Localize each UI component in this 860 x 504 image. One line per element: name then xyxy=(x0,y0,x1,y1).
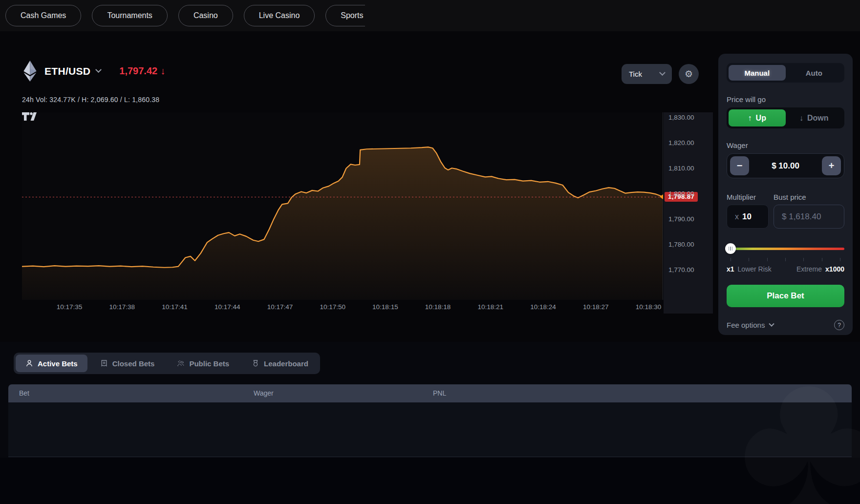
risk-min-value: x1 xyxy=(727,265,734,273)
chevron-down-icon xyxy=(769,321,774,326)
column-pnl: PNL xyxy=(433,389,446,397)
column-wager: Wager xyxy=(254,389,274,397)
risk-slider[interactable] xyxy=(727,243,844,254)
current-price: 1,797.42 ↓ xyxy=(119,65,165,77)
time-axis-tick: 10:17:41 xyxy=(162,303,188,311)
chart-settings-button[interactable]: ⚙ xyxy=(679,64,699,84)
mode-tabs: Manual Auto xyxy=(727,63,844,83)
receipt-icon xyxy=(100,359,108,367)
time-axis-tick: 10:17:44 xyxy=(215,303,240,311)
wager-value[interactable]: $ 10.00 xyxy=(772,161,799,171)
time-axis: 10:17:3510:17:3810:17:4110:17:4410:17:47… xyxy=(22,301,663,314)
price-down-arrow-icon: ↓ xyxy=(160,65,165,77)
price-axis-tick: 1,770.00 xyxy=(668,266,694,273)
down-arrow-icon: ↓ xyxy=(799,114,803,123)
tab-leaderboard[interactable]: Leaderboard xyxy=(242,355,318,372)
time-axis-tick: 10:18:24 xyxy=(530,303,556,311)
bets-table-body xyxy=(8,402,852,457)
nav-item-live-casino[interactable]: Live Casino xyxy=(244,5,315,26)
price-axis-tick: 1,820.00 xyxy=(668,139,694,147)
nav-item-tournaments[interactable]: Tournaments xyxy=(92,5,168,26)
time-axis-tick: 10:17:38 xyxy=(109,303,135,311)
risk-slider-labels: x1 Lower Risk Extreme x1000 xyxy=(727,265,844,273)
direction-toggle: ↑ Up ↓ Down xyxy=(727,107,844,128)
interval-value: Tick xyxy=(629,70,642,78)
direction-label: Price will go xyxy=(727,95,844,104)
wager-input-group: − $ 10.00 + xyxy=(727,153,844,178)
top-nav-bar: Cash Games Tournaments Casino Live Casin… xyxy=(0,0,860,31)
fee-options-toggle[interactable]: Fee options xyxy=(727,321,774,329)
chevron-down-icon xyxy=(95,66,102,73)
multiplier-input[interactable]: x 10 xyxy=(727,205,769,229)
nav-item-cash-games[interactable]: Cash Games xyxy=(5,5,81,26)
wager-label: Wager xyxy=(727,141,844,149)
market-header: ETH/USD 1,797.42 ↓ xyxy=(23,61,165,82)
price-axis: 1,798.87 1,830.001,820.001,810.001,800.0… xyxy=(664,112,713,314)
price-value: 1,797.42 xyxy=(119,65,157,77)
market-stats: 24h Vol: 324.77K / H: 2,069.60 / L: 1,86… xyxy=(22,96,159,104)
time-axis-tick: 10:17:35 xyxy=(57,303,83,311)
risk-slider-track[interactable] xyxy=(727,248,844,250)
time-axis-tick: 10:18:30 xyxy=(636,303,662,311)
user-icon xyxy=(25,359,33,367)
tab-active-bets[interactable]: Active Bets xyxy=(16,355,87,372)
pair-selector[interactable]: ETH/USD xyxy=(44,65,101,77)
bust-price-label: Bust price xyxy=(774,193,806,201)
up-button[interactable]: ↑ Up xyxy=(729,109,786,126)
current-price-line xyxy=(22,197,663,197)
bets-tabs: Active Bets Closed Bets Public Bets Lead… xyxy=(14,353,320,374)
place-bet-button[interactable]: Place Bet xyxy=(727,285,844,307)
app-root: Cash Games Tournaments Casino Live Casin… xyxy=(0,0,860,504)
time-axis-tick: 10:17:47 xyxy=(267,303,293,311)
multiplier-value: 10 xyxy=(742,212,752,222)
chart-area-series xyxy=(22,112,663,300)
time-axis-tick: 10:18:27 xyxy=(583,303,609,311)
nav-item-sports[interactable]: Sports xyxy=(325,5,365,26)
down-button[interactable]: ↓ Down xyxy=(786,109,843,126)
gear-icon: ⚙ xyxy=(685,68,693,80)
tab-manual[interactable]: Manual xyxy=(729,65,786,81)
time-axis-tick: 10:17:50 xyxy=(320,303,345,311)
up-arrow-icon: ↑ xyxy=(748,114,752,123)
bottom-spacer xyxy=(0,458,860,504)
users-icon xyxy=(177,359,185,367)
multiplier-label: Multiplier xyxy=(727,193,774,201)
bet-panel: Manual Auto Price will go ↑ Up ↓ Down Wa… xyxy=(718,54,853,335)
current-price-marker-icon xyxy=(660,194,663,199)
time-axis-tick: 10:18:18 xyxy=(425,303,451,311)
bust-price-value: $ 1,618.40 xyxy=(782,212,821,222)
wager-decrease-button[interactable]: − xyxy=(730,156,749,175)
price-axis-tick: 1,830.00 xyxy=(668,114,694,121)
pair-name: ETH/USD xyxy=(44,65,90,77)
risk-max-desc: Extreme xyxy=(796,265,822,273)
chevron-down-icon xyxy=(659,69,666,76)
price-axis-tick: 1,810.00 xyxy=(668,165,694,172)
time-axis-tick: 10:18:15 xyxy=(372,303,398,311)
risk-min-desc: Lower Risk xyxy=(738,265,772,273)
bust-price-input[interactable]: $ 1,618.40 xyxy=(774,205,844,229)
tab-auto[interactable]: Auto xyxy=(786,65,843,81)
time-axis-tick: 10:18:21 xyxy=(478,303,504,311)
wager-increase-button[interactable]: + xyxy=(822,156,841,175)
tab-public-bets[interactable]: Public Bets xyxy=(167,355,239,372)
risk-max-value: x1000 xyxy=(825,265,844,273)
help-icon[interactable]: ? xyxy=(834,320,844,330)
tradingview-logo-icon[interactable] xyxy=(22,112,37,121)
nav-pills: Cash Games Tournaments Casino Live Casin… xyxy=(5,5,365,26)
eth-logo-icon xyxy=(23,61,37,82)
chart-controls: Tick ⚙ xyxy=(622,64,699,84)
tab-closed-bets[interactable]: Closed Bets xyxy=(90,355,165,372)
risk-slider-ticks xyxy=(727,258,844,261)
interval-dropdown[interactable]: Tick xyxy=(622,64,672,84)
bets-table-header: Bet Wager PNL xyxy=(8,384,852,402)
price-chart[interactable] xyxy=(22,112,663,300)
price-axis-tick: 1,800.00 xyxy=(668,190,694,197)
column-bet: Bet xyxy=(19,389,29,397)
medal-icon xyxy=(252,359,259,367)
price-axis-tick: 1,790.00 xyxy=(668,215,694,223)
price-axis-tick: 1,780.00 xyxy=(668,241,694,248)
nav-item-casino[interactable]: Casino xyxy=(178,5,233,26)
risk-slider-knob[interactable] xyxy=(725,243,736,254)
